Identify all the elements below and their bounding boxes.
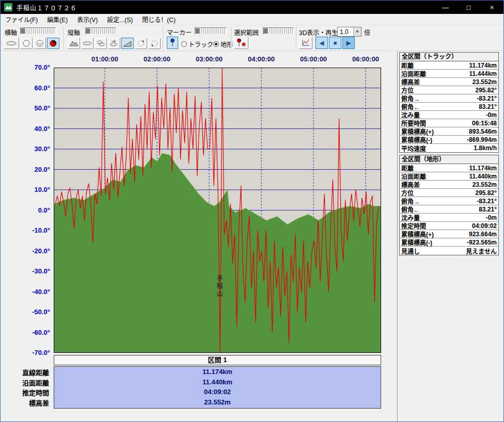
y-axis-label: -70.0°	[16, 349, 50, 357]
app-window: 手稲山１７０７２６ — □ × ファイル(F)編集(E)表示(V)設定...(S…	[0, 0, 504, 422]
summary-terrain-table: 距離11.174km沿面距離11.440km標高差23.552m方位295.82…	[399, 164, 499, 255]
rotate-dot-icon[interactable]	[135, 38, 147, 49]
radio-track-circle[interactable]	[181, 41, 187, 47]
minimize-button[interactable]: —	[434, 1, 457, 14]
window-controls: — □ ×	[434, 1, 503, 14]
vaxis-slider[interactable]	[85, 27, 116, 35]
y-axis-label: 70.0°	[16, 63, 50, 72]
marker-pin-icon[interactable]	[167, 37, 178, 49]
playback-speed-select[interactable]: 1.0 ▼	[337, 27, 361, 37]
play-forward-icon[interactable]: ▶	[342, 37, 355, 49]
marker-slider[interactable]	[195, 27, 227, 35]
pie-axis-icon[interactable]	[47, 38, 59, 49]
menu-item-4[interactable]: 設定...(S)	[102, 15, 137, 24]
close-button[interactable]: ×	[480, 1, 503, 14]
toolbar-separator	[296, 27, 297, 50]
y-axis-label: 0.0°	[16, 206, 50, 215]
row-value: 923.664m	[434, 231, 497, 238]
row-label: 標高差	[401, 180, 420, 189]
oval-arrow-icon[interactable]	[108, 38, 120, 49]
playback-unit-label: 倍	[364, 28, 370, 37]
haxis-slider[interactable]	[20, 27, 56, 35]
x-axis-label: 04:00:00	[238, 55, 285, 63]
section-row-label: 推定時間	[1, 387, 49, 397]
y-axis-label: -40.0°	[16, 288, 50, 296]
slope-icon[interactable]	[121, 38, 134, 49]
table-row: 累積標高(+)923.664m	[400, 230, 498, 238]
y-axis-label: -50.0°	[16, 308, 50, 316]
section-header: 区間 1	[54, 355, 381, 365]
toolbar: 横軸 12 縦軸	[1, 25, 503, 51]
row-value: 04:09:02	[426, 222, 497, 230]
row-value: 295.82°	[414, 189, 497, 197]
table-row: 距離11.174km	[400, 61, 498, 70]
table-row: 俯角←83.21°	[400, 205, 498, 214]
x-axis-label: 01:00:00	[82, 55, 128, 63]
y-axis-label: 50.0°	[16, 104, 50, 112]
slope-profile-chart[interactable]	[54, 68, 381, 353]
row-value: -0m	[420, 111, 497, 119]
flat-axis-icon[interactable]	[4, 38, 19, 49]
titlebar: 手稲山１７０７２６ — □ ×	[1, 1, 503, 14]
y-axis-label: -60.0°	[16, 329, 50, 337]
table-row: 距離11.174km	[400, 164, 498, 172]
table-row: 見通し見えません	[400, 247, 498, 255]
y-axis-label: -10.0°	[16, 226, 50, 235]
flat-profile-icon[interactable]	[81, 38, 93, 49]
table-row: 沈み量-0m	[400, 111, 498, 119]
clock-12-icon[interactable]: 12	[34, 38, 46, 49]
selection-pin-icon[interactable]	[234, 37, 248, 49]
x-axis-label: 05:00:00	[290, 55, 337, 63]
row-label: 俯角←	[401, 205, 420, 214]
menu-item-2[interactable]: 編集(E)	[42, 15, 72, 24]
radio-terrain-circle[interactable]	[213, 41, 219, 47]
row-value: -83.21°	[420, 198, 497, 205]
row-label: 方位	[401, 86, 414, 94]
section-row-value: 11.174km	[54, 368, 381, 376]
circle-axis-icon[interactable]	[20, 38, 33, 49]
selection-slider[interactable]	[263, 27, 294, 35]
menu-item-5[interactable]: 閉じる！(C)	[137, 15, 180, 24]
row-value: 23.552m	[420, 78, 497, 86]
row-label: 沿面距離	[401, 69, 426, 78]
row-value: 06:15:48	[426, 120, 497, 127]
menubar: ファイル(F)編集(E)表示(V)設定...(S)閉じる！(C)	[1, 14, 503, 25]
radio-track[interactable]: トラック	[181, 40, 213, 48]
y-axis-label: -20.0°	[16, 247, 50, 255]
menu-item-1[interactable]: ファイル(F)	[1, 15, 42, 24]
play-back-icon[interactable]: ◀	[316, 37, 328, 49]
row-label: 累積標高(-)	[401, 238, 432, 247]
table-row: 標高差23.552m	[400, 181, 498, 189]
section-label-column: 直線距離沿面距離推定時間標高差	[1, 366, 51, 409]
row-value: 295.82°	[414, 87, 497, 94]
maximize-button[interactable]: □	[457, 1, 480, 14]
y-axis-label: 40.0°	[16, 125, 50, 133]
table-row: 俯角→-83.21°	[400, 94, 498, 103]
chevron-down-icon[interactable]: ▼	[353, 27, 361, 36]
svg-text:12: 12	[38, 42, 42, 45]
row-value: -869.994m	[432, 136, 497, 143]
table-row: 方位295.82°	[400, 86, 498, 94]
row-label: 俯角→	[401, 197, 420, 205]
double-oval-icon[interactable]	[94, 38, 107, 49]
row-label: 標高差	[401, 77, 420, 86]
table-row: 累積標高(-)-869.994m	[400, 136, 498, 144]
x-axis-label: 03:00:00	[186, 55, 232, 63]
rotate-dot2-icon[interactable]	[148, 38, 161, 49]
table-row: 累積標高(-)-923.565m	[400, 238, 498, 247]
graph-3d-icon[interactable]	[299, 37, 312, 49]
menu-item-3[interactable]: 表示(V)	[72, 15, 102, 24]
right-panel: 全区間（トラック） 距離11.174km沿面距離11.444km標高差23.55…	[399, 52, 499, 255]
table-row: 所要時間06:15:48	[400, 119, 498, 127]
row-value: -83.21°	[420, 95, 497, 102]
mountain-icon[interactable]	[68, 38, 80, 49]
summary-track-header: 全区間（トラック）	[399, 52, 499, 61]
marker-label: マーカー	[167, 28, 192, 37]
stop-icon[interactable]: ■	[329, 37, 341, 49]
toolbar-separator	[163, 27, 164, 50]
row-value: 11.444km	[426, 70, 497, 77]
radio-terrain[interactable]: 地形	[213, 40, 233, 48]
row-label: 所要時間	[401, 119, 426, 127]
app-icon	[4, 3, 12, 11]
y-axis-label: 20.0°	[16, 166, 50, 174]
